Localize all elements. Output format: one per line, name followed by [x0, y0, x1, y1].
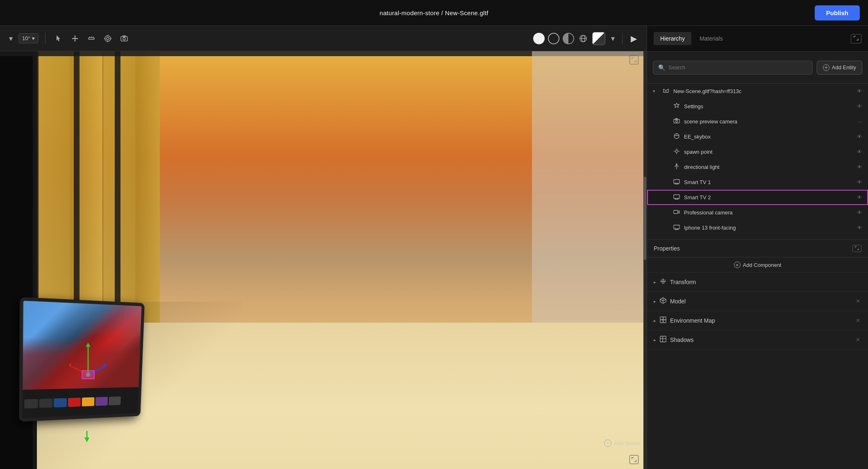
- svg-marker-19: [104, 363, 107, 368]
- svg-marker-27: [674, 103, 679, 107]
- viewport-scrollbar[interactable]: [643, 51, 647, 469]
- spawn-eye[interactable]: 👁: [857, 149, 862, 155]
- ruler-tool-button[interactable]: [85, 32, 98, 45]
- tab-hierarchy[interactable]: Hierarchy: [654, 32, 691, 45]
- light-eye[interactable]: 👁: [857, 164, 862, 170]
- properties-expand-button[interactable]: [852, 245, 861, 252]
- tv-app-icon-2: [39, 398, 53, 408]
- component-section-envmap: Environment Map ×: [647, 311, 868, 330]
- settings-label: Settings: [684, 103, 854, 109]
- publish-button[interactable]: Publish: [815, 5, 860, 20]
- svg-rect-56: [660, 320, 663, 323]
- light-label: directional light: [684, 164, 854, 170]
- camera-eye[interactable]: ↔: [857, 119, 862, 125]
- hierarchy-item-settings[interactable]: Settings 👁: [647, 99, 868, 114]
- add-entity-plus-icon: +: [823, 64, 829, 71]
- svg-rect-48: [674, 210, 678, 214]
- component-header-transform[interactable]: Transform: [647, 273, 868, 291]
- hierarchy-item-root[interactable]: ▾ New-Scene.gltf?hash=ff313c 👁: [647, 84, 868, 99]
- hierarchy-item-iphone[interactable]: Iphone 13 front-facing 👁: [647, 220, 868, 235]
- hierarchy-item-smarttv1[interactable]: Smart TV 1 👁: [647, 175, 868, 190]
- smarttv1-icon: [673, 178, 681, 186]
- add-scene-label: Add Scene: [614, 440, 640, 446]
- component-section-transform: Transform: [647, 273, 868, 292]
- search-box[interactable]: 🔍: [653, 61, 813, 75]
- transform-gizmo: [64, 338, 113, 387]
- play-button[interactable]: ▶: [627, 32, 640, 45]
- move-tool-button[interactable]: [68, 32, 82, 45]
- light-mode-button[interactable]: [533, 33, 545, 44]
- hierarchy-toolbar: 🔍 + Add Entity: [647, 52, 868, 84]
- tab-materials[interactable]: Materials: [693, 32, 729, 45]
- hierarchy-item-light[interactable]: directional light 👁: [647, 159, 868, 175]
- camera-tool-button[interactable]: [118, 32, 131, 45]
- hierarchy-list[interactable]: ▾ New-Scene.gltf?hash=ff313c 👁: [647, 84, 868, 239]
- select-tool-button[interactable]: [52, 32, 65, 45]
- top-bar: natural-modern-store / New-Scene.gltf Pu…: [0, 0, 868, 26]
- envmap-close-button[interactable]: ×: [854, 317, 861, 324]
- main-layout: ▾ 10° ▾: [0, 26, 868, 469]
- add-scene-button[interactable]: + Add Scene: [604, 439, 640, 447]
- panel-expand-button[interactable]: [851, 34, 861, 43]
- camera-label: scene preview camera: [684, 118, 854, 125]
- toolbar-dropdown-arrow[interactable]: ▾: [7, 32, 15, 46]
- model-label: Model: [670, 298, 851, 305]
- viewport-canvas[interactable]: + Add Scene: [0, 51, 647, 469]
- smarttv2-label: Smart TV 2: [684, 194, 854, 200]
- svg-rect-57: [663, 320, 666, 323]
- svg-line-39: [677, 166, 679, 167]
- viewport-expand-icon[interactable]: [629, 55, 639, 64]
- shadows-close-button[interactable]: ×: [854, 336, 861, 344]
- toolbar: ▾ 10° ▾: [0, 26, 647, 51]
- svg-rect-58: [660, 336, 666, 342]
- skybox-eye[interactable]: 👁: [857, 134, 862, 140]
- angle-selector[interactable]: 10° ▾: [18, 33, 39, 43]
- angle-dropdown-icon: ▾: [32, 35, 35, 41]
- contrast-mode-button[interactable]: [592, 32, 605, 45]
- iphone-eye[interactable]: 👁: [857, 225, 862, 231]
- toolbar-more-button[interactable]: ▾: [609, 32, 617, 46]
- breadcrumb: natural-modern-store / New-Scene.gltf: [379, 9, 488, 16]
- hierarchy-item-skybox[interactable]: EE_skybox 👁: [647, 129, 868, 144]
- transform-icon: [659, 278, 667, 287]
- model-close-button[interactable]: ×: [854, 298, 861, 305]
- half-mode-button[interactable]: [563, 33, 574, 44]
- hierarchy-item-profcamera[interactable]: Professional camera 👁: [647, 205, 868, 220]
- component-header-envmap[interactable]: Environment Map ×: [647, 311, 868, 330]
- hierarchy-item-spawn[interactable]: spawn point 👁: [647, 144, 868, 159]
- profcamera-label: Professional camera: [684, 209, 854, 216]
- svg-point-4: [105, 36, 111, 41]
- component-header-model[interactable]: Model ×: [647, 292, 868, 311]
- model-chevron: [654, 299, 656, 304]
- smarttv1-eye[interactable]: 👁: [857, 179, 862, 185]
- toolbar-tools-group: [52, 32, 131, 45]
- viewport-scrollbar-thumb[interactable]: [644, 177, 646, 260]
- hierarchy-item-smarttv2[interactable]: Smart TV 2 👁: [647, 190, 868, 205]
- smarttv2-eye[interactable]: 👁: [857, 194, 862, 200]
- iphone-label: Iphone 13 front-facing: [684, 225, 854, 231]
- add-component-button[interactable]: + Add Component: [647, 257, 868, 273]
- globe-mode-button[interactable]: [577, 33, 589, 44]
- search-input[interactable]: [668, 64, 807, 71]
- model-icon: [659, 297, 667, 306]
- iphone-icon: [673, 224, 681, 232]
- viewport-3d: [0, 51, 647, 469]
- ring-mode-button[interactable]: [548, 33, 559, 44]
- target-tool-button[interactable]: [101, 32, 114, 45]
- settings-eye[interactable]: 👁: [857, 103, 862, 109]
- tv-app-icon-vevo: [54, 398, 67, 408]
- root-expand-icon[interactable]: ▾: [653, 89, 659, 94]
- tv-app-icon-5: [95, 397, 108, 406]
- add-scene-plus-icon: +: [604, 439, 611, 447]
- properties-panel: Properties + Add Component: [647, 239, 868, 469]
- root-item-eye[interactable]: 👁: [857, 88, 862, 94]
- svg-rect-44: [674, 195, 679, 198]
- angle-value: 10°: [22, 35, 30, 41]
- hierarchy-item-camera[interactable]: scene preview camera ↔: [647, 114, 868, 129]
- add-entity-button[interactable]: + Add Entity: [817, 61, 862, 75]
- camera-icon: [673, 118, 681, 125]
- viewport-corner-expand[interactable]: [629, 455, 639, 464]
- profcamera-eye[interactable]: 👁: [857, 209, 862, 216]
- tv-app-icon-cbs: [68, 398, 81, 407]
- component-header-shadows[interactable]: Shadows ×: [647, 330, 868, 349]
